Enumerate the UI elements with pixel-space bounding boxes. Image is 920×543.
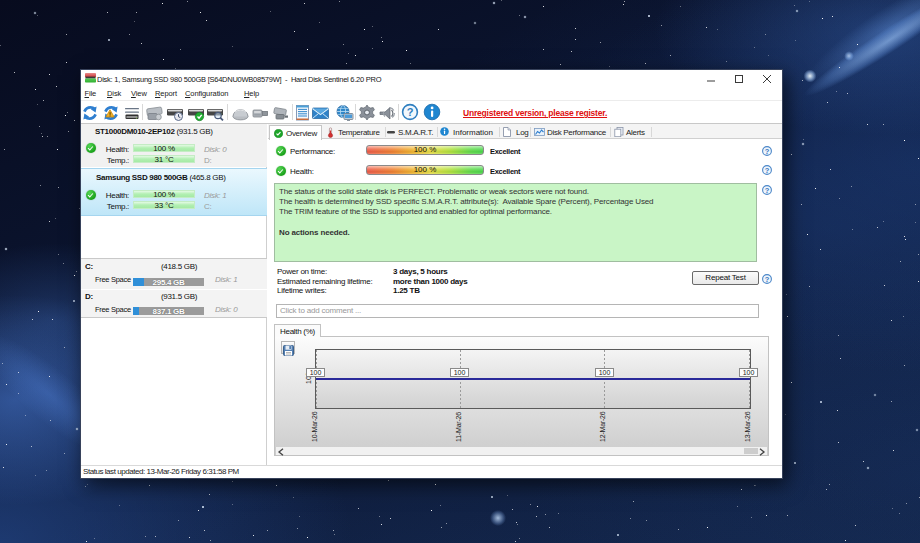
- svg-text:?: ?: [407, 106, 414, 118]
- svg-text:?: ?: [765, 275, 770, 284]
- svg-text:?: ?: [765, 166, 770, 175]
- svg-text:?: ?: [765, 147, 770, 156]
- svg-text:?: ?: [765, 186, 770, 195]
